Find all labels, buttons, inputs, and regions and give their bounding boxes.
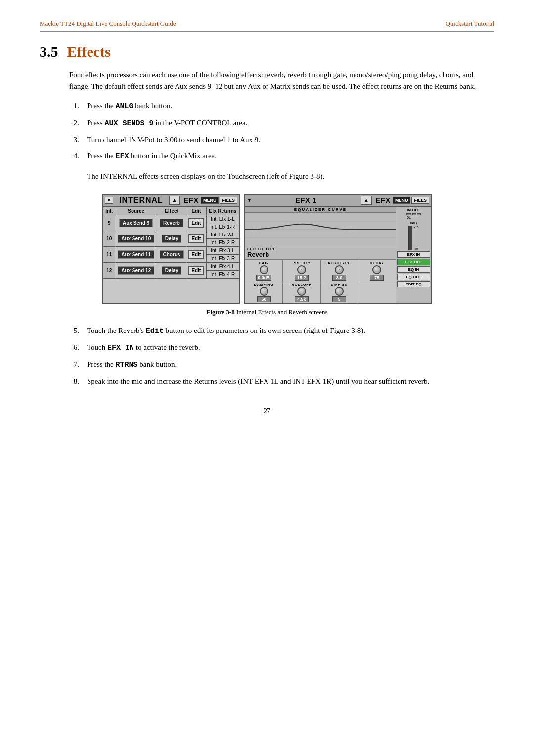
efx-out-btn[interactable]: EFX OUT bbox=[397, 259, 430, 265]
col-source: Source bbox=[115, 207, 157, 215]
edit-eq-btn[interactable]: EDIT EQ bbox=[397, 281, 430, 287]
damping-knob-icon[interactable]: · bbox=[260, 287, 268, 296]
rev-menu-btn[interactable]: MENU bbox=[393, 197, 411, 204]
menu-btn[interactable]: MENU bbox=[201, 197, 219, 204]
edit-12[interactable]: Edit bbox=[188, 266, 204, 275]
figure-caption-bold: Figure 3-8 bbox=[207, 308, 235, 316]
edit-11[interactable]: Edit bbox=[188, 250, 204, 259]
rolloff-knob-icon[interactable]: · bbox=[297, 287, 306, 296]
step5-bold: Edit bbox=[146, 327, 164, 335]
row-num-12: 12 bbox=[103, 262, 115, 278]
meter-bar-L bbox=[408, 226, 412, 250]
knob-decay: DECAY · 75 bbox=[358, 260, 396, 282]
out-label: OUT bbox=[412, 208, 420, 212]
header-row: Mackie TT24 Digital Live Console Quickst… bbox=[40, 20, 494, 28]
effect-type-name: Reverb bbox=[247, 251, 276, 258]
return-10L: Int. Efx 2-L bbox=[206, 231, 239, 238]
meter-area: 0L bbox=[397, 213, 430, 219]
step-6: 6. Touch EFX IN to activate the reverb. bbox=[69, 342, 494, 354]
rev-body: EQUALIZER CURVE EFFECT TYPE bbox=[245, 207, 431, 303]
edit-10[interactable]: Edit bbox=[188, 234, 204, 243]
col-edit: Edit bbox=[186, 207, 207, 215]
knob-diffsn: DIFF SN · 5 bbox=[321, 282, 358, 303]
vertical-meter: +15 -50 bbox=[397, 226, 430, 250]
step-3: 3. Turn channel 1's V-Pot to 3:00 to sen… bbox=[69, 134, 494, 145]
figure-caption-text: Internal Effects and Reverb screens bbox=[236, 308, 328, 316]
step7-bold: RTRNS bbox=[116, 361, 138, 369]
eq-out-btn[interactable]: EQ OUT bbox=[397, 274, 430, 280]
reverb-detail-screen: ▼ EFX 1 ▲ EFX MENU FILES EQUALIZER CURVE bbox=[244, 194, 432, 304]
up-arrow-btn[interactable]: ▲ bbox=[169, 196, 180, 205]
source-9[interactable]: Aux Send 9 bbox=[119, 219, 153, 227]
in-meter-bar bbox=[406, 213, 411, 215]
step-1: 1. Press the ANLG bank button. bbox=[69, 100, 494, 112]
knob-damping: DAMPING · 50 bbox=[245, 282, 283, 303]
source-11[interactable]: Aux Send 11 bbox=[118, 250, 154, 259]
return-9R: Int. Efx 1-R bbox=[206, 223, 239, 231]
steps-cont-list: 5. Touch the Reverb's Edit button to edi… bbox=[69, 325, 494, 387]
col-effect: Effect bbox=[157, 207, 186, 215]
effect-type-row: EFFECT TYPE Reverb bbox=[245, 246, 396, 260]
step2-bold: AUX SENDS 9 bbox=[104, 119, 153, 128]
files-btn[interactable]: FILES bbox=[220, 197, 237, 204]
rolloff-value: 4.5k bbox=[295, 296, 309, 302]
rev-title: EFX 1 bbox=[254, 196, 359, 204]
gain-value: 0.0dB bbox=[256, 275, 271, 281]
diffsn-value: 5 bbox=[332, 296, 346, 302]
decay-knob-icon[interactable]: · bbox=[372, 265, 381, 274]
step4-bold: EFX bbox=[116, 152, 129, 161]
step-5: 5. Touch the Reverb's Edit button to edi… bbox=[69, 325, 494, 337]
knob-row-1: GAIN · 0.0dB PRE DLY · 15.2 ALGOTYPE · 3… bbox=[245, 260, 396, 282]
efx-title-right: MENU FILES bbox=[201, 197, 237, 204]
eq-graph bbox=[245, 213, 396, 246]
eq-in-btn[interactable]: EQ IN bbox=[397, 266, 430, 273]
effect-11[interactable]: Chorus bbox=[160, 250, 184, 259]
algotype-knob-icon[interactable]: · bbox=[335, 265, 344, 274]
rev-left: EQUALIZER CURVE EFFECT TYPE bbox=[245, 207, 396, 303]
in-meter-label: 0L bbox=[407, 216, 411, 219]
table-row: 10 Aux Send 10 Delay Edit Int. Efx 2-L bbox=[103, 231, 239, 238]
rev-up-arrow[interactable]: ▲ bbox=[361, 196, 372, 205]
col-returns: Efx Returns bbox=[206, 207, 239, 215]
efx-in-btn[interactable]: EFX IN bbox=[397, 251, 430, 258]
gain-knob-icon[interactable]: · bbox=[260, 265, 268, 274]
diffsn-knob-icon[interactable]: · bbox=[335, 287, 344, 296]
step-8: 8. Speak into the mic and increase the R… bbox=[69, 376, 494, 387]
return-9L: Int. Efx 1-L bbox=[206, 215, 239, 223]
source-10[interactable]: Aux Send 10 bbox=[118, 235, 154, 243]
effect-10[interactable]: Delay bbox=[162, 235, 182, 243]
efx-title-bar: ▼ INTERNAL ▲ EFX MENU FILES bbox=[103, 195, 239, 207]
source-12[interactable]: Aux Send 12 bbox=[118, 266, 154, 275]
knob-predly: PRE DLY · 15.2 bbox=[283, 260, 320, 282]
rev-title-btns: MENU FILES bbox=[393, 197, 429, 204]
effect-9[interactable]: Reverb bbox=[160, 219, 183, 227]
knob-rolloff: ROLLOFF · 4.5k bbox=[283, 282, 320, 303]
efx-label: EFX bbox=[184, 196, 199, 204]
eq-curve-label: EQUALIZER CURVE bbox=[245, 207, 396, 213]
predly-value: 15.2 bbox=[295, 275, 309, 281]
header-right: Quickstart Tutorial bbox=[445, 20, 494, 28]
eq-curve-svg bbox=[245, 213, 396, 246]
rev-dropdown-arrow[interactable]: ▼ bbox=[247, 198, 252, 203]
header-divider bbox=[40, 31, 494, 32]
step1-bold: ANLG bbox=[116, 102, 134, 111]
table-row: 12 Aux Send 12 Delay Edit Int. Efx 4-L bbox=[103, 262, 239, 270]
predly-knob-icon[interactable]: · bbox=[297, 265, 306, 274]
figure-container: ▼ INTERNAL ▲ EFX MENU FILES Int. Source … bbox=[40, 194, 494, 304]
return-10R: Int. Efx 2-R bbox=[206, 238, 239, 246]
out-meter-bars bbox=[412, 213, 421, 215]
step6-bold: EFX IN bbox=[107, 344, 134, 352]
internal-efx-screen: ▼ INTERNAL ▲ EFX MENU FILES Int. Source … bbox=[102, 194, 240, 304]
db-label-0: 0dB bbox=[397, 221, 430, 225]
internal-title: INTERNAL bbox=[115, 196, 167, 205]
step-2: 2. Press AUX SENDS 9 in the V-POT CONTRO… bbox=[69, 117, 494, 129]
dropdown-arrow[interactable]: ▼ bbox=[105, 197, 113, 204]
out-meter-group bbox=[412, 213, 421, 219]
return-12R: Int. Efx 4-R bbox=[206, 270, 239, 278]
knob-empty bbox=[358, 282, 396, 303]
edit-9[interactable]: Edit bbox=[188, 218, 204, 228]
effect-type-area: EFFECT TYPE Reverb bbox=[247, 247, 276, 258]
rev-efx-label: EFX bbox=[376, 196, 391, 204]
rev-files-btn[interactable]: FILES bbox=[411, 197, 429, 204]
effect-12[interactable]: Delay bbox=[162, 266, 182, 275]
